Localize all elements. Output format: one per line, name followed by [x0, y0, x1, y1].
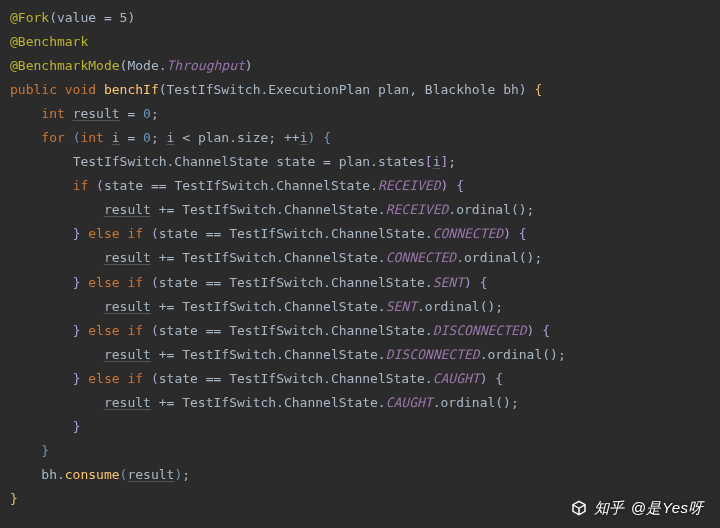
- if3-path2: TestIfSwitch.ChannelState.: [182, 347, 386, 362]
- param2-name: bh: [503, 82, 519, 97]
- method-name: benchIf: [104, 82, 159, 97]
- code-block: @Fork(value = 5) @Benchmark @BenchmarkMo…: [0, 0, 720, 517]
- if4-result: result: [104, 395, 151, 410]
- if3-const2: DISCONNECTED: [386, 347, 480, 362]
- for-var: i: [112, 130, 120, 145]
- if4-ord: .ordinal(): [433, 395, 511, 410]
- if0-const: RECEIVED: [378, 178, 441, 193]
- if1-lhs: state: [159, 226, 198, 241]
- param1-name: plan: [378, 82, 409, 97]
- watermark-text: @是Yes呀: [631, 494, 704, 522]
- decl-type: int: [41, 106, 64, 121]
- state-type: TestIfSwitch.ChannelState: [73, 154, 269, 169]
- watermark: 知乎 @是Yes呀: [570, 494, 704, 522]
- if2-lhs: state: [159, 275, 198, 290]
- if4-lhs: state: [159, 371, 198, 386]
- if1-ord: .ordinal(): [456, 250, 534, 265]
- state-idx: i: [433, 154, 441, 169]
- if0-ord: .ordinal(): [448, 202, 526, 217]
- fork-args: value = 5: [57, 10, 127, 25]
- if2-const: SENT: [433, 275, 464, 290]
- if4-path2: TestIfSwitch.ChannelState.: [182, 395, 386, 410]
- kw-public-void: public void: [10, 82, 96, 97]
- if1-path2: TestIfSwitch.ChannelState.: [182, 250, 386, 265]
- if2-ord: .ordinal(): [417, 299, 495, 314]
- if4-path: TestIfSwitch.ChannelState.: [229, 371, 433, 386]
- kw-for: for: [41, 130, 64, 145]
- param2-type: Blackhole: [425, 82, 495, 97]
- if1-result: result: [104, 250, 151, 265]
- if0-lhs: state: [104, 178, 143, 193]
- if0-path2: TestIfSwitch.ChannelState.: [182, 202, 386, 217]
- for-inc: ++: [284, 130, 300, 145]
- if3-result: result: [104, 347, 151, 362]
- annotation-fork: @Fork: [10, 10, 49, 25]
- annotation-benchmarkmode: @BenchmarkMode: [10, 58, 120, 73]
- decl-init: 0: [143, 106, 151, 121]
- if4-const2: CAUGHT: [386, 395, 433, 410]
- if1-const: CONNECTED: [433, 226, 503, 241]
- if0-path: TestIfSwitch.ChannelState.: [174, 178, 378, 193]
- if2-path2: TestIfSwitch.ChannelState.: [182, 299, 386, 314]
- if2-path: TestIfSwitch.ChannelState.: [229, 275, 433, 290]
- mode-value: Throughput: [167, 58, 245, 73]
- if3-ord: .ordinal(): [480, 347, 558, 362]
- for-cond-var: i: [167, 130, 175, 145]
- if2-result: result: [104, 299, 151, 314]
- consume-fn: consume: [65, 467, 120, 482]
- if3-path: TestIfSwitch.ChannelState.: [229, 323, 433, 338]
- if0-result: result: [104, 202, 151, 217]
- if0-const2: RECEIVED: [386, 202, 449, 217]
- state-rhs: plan.states: [339, 154, 425, 169]
- zhihu-icon: [570, 499, 588, 517]
- if3-const: DISCONNECTED: [433, 323, 527, 338]
- decl-name: result: [73, 106, 120, 121]
- if1-const2: CONNECTED: [386, 250, 456, 265]
- if3-lhs: state: [159, 323, 198, 338]
- if1-path: TestIfSwitch.ChannelState.: [229, 226, 433, 241]
- if4-const: CAUGHT: [433, 371, 480, 386]
- annotation-benchmark: @Benchmark: [10, 34, 88, 49]
- if2-const2: SENT: [386, 299, 417, 314]
- mode-prefix: Mode.: [127, 58, 166, 73]
- consume-arg: result: [127, 467, 174, 482]
- consume-obj: bh: [41, 467, 57, 482]
- for-init: 0: [143, 130, 151, 145]
- for-decl: int: [80, 130, 103, 145]
- state-var: state: [276, 154, 315, 169]
- param1-type: TestIfSwitch.ExecutionPlan: [167, 82, 371, 97]
- watermark-prefix: 知乎: [594, 494, 625, 522]
- for-cond-rhs: plan.size: [198, 130, 268, 145]
